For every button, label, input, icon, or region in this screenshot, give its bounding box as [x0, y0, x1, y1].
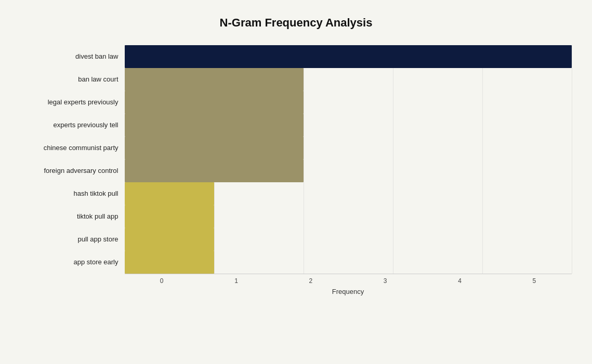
bar-label: divest ban law [21, 52, 125, 60]
bar-row: legal experts previously [21, 91, 572, 114]
x-tick-label: 0 [125, 277, 199, 285]
bar-track [125, 159, 572, 182]
bar-track [125, 68, 572, 91]
x-axis: 012345 Frequency [125, 274, 572, 295]
bar-row: chinese communist party [21, 137, 572, 159]
bar-label: chinese communist party [21, 144, 125, 152]
bar [125, 45, 572, 68]
x-tick-label: 2 [273, 277, 348, 285]
bar [125, 182, 214, 205]
x-axis-label: Frequency [125, 288, 572, 295]
chart-title: N-Gram Frequency Analysis [21, 16, 572, 30]
bar-label: experts previously tell [21, 121, 125, 129]
x-tick-label: 3 [348, 277, 422, 285]
bar [125, 159, 304, 182]
bar-row: divest ban law [21, 45, 572, 68]
bar-track [125, 251, 572, 274]
bar [125, 205, 214, 228]
bar-label: pull app store [21, 235, 125, 243]
bar-label: legal experts previously [21, 98, 125, 106]
bar-track [125, 205, 572, 228]
bar-row: hash tiktok pull [21, 182, 572, 205]
bar [125, 114, 304, 137]
bar-row: tiktok pull app [21, 205, 572, 228]
bar [125, 137, 304, 159]
bar-track [125, 182, 572, 205]
bar-label: app store early [21, 258, 125, 266]
bar-label: hash tiktok pull [21, 190, 125, 197]
bar-track [125, 228, 572, 251]
x-tick-label: 5 [497, 277, 571, 285]
bar-row: experts previously tell [21, 114, 572, 137]
bar-track [125, 137, 572, 159]
bar-row: app store early [21, 251, 572, 274]
bar-row: ban law court [21, 68, 572, 91]
bar-track [125, 45, 572, 68]
bar-track [125, 91, 572, 114]
bar [125, 251, 214, 274]
bar [125, 228, 214, 251]
bar-label: ban law court [21, 75, 125, 83]
bar-chart-area: divest ban lawban law courtlegal experts… [21, 45, 572, 274]
bar-row: pull app store [21, 228, 572, 251]
bar-label: tiktok pull app [21, 212, 125, 220]
bar [125, 91, 304, 114]
bar [125, 68, 304, 91]
x-tick-label: 4 [423, 277, 497, 285]
x-tick-label: 1 [199, 277, 273, 285]
bar-label: foreign adversary control [21, 167, 125, 174]
bar-row: foreign adversary control [21, 159, 572, 182]
chart-container: N-Gram Frequency Analysis divest ban law… [10, 6, 582, 359]
bar-track [125, 114, 572, 137]
